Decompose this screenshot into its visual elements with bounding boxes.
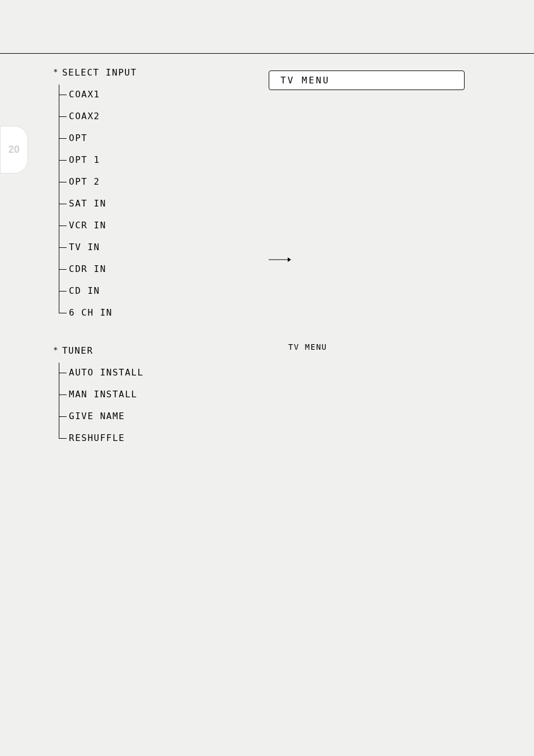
tree-item-label: 6 CH IN — [69, 307, 113, 318]
tree-item: OPT 2 — [59, 176, 137, 187]
tree-item: SAT IN — [59, 198, 137, 209]
tree-item-label: COAX2 — [69, 111, 100, 121]
tv-menu-caption: TV MENU — [288, 341, 479, 354]
tree-item: MAN INSTALL — [59, 389, 144, 400]
tree-item-label: SAT IN — [69, 198, 106, 209]
tree-item-label: CD IN — [69, 285, 100, 296]
tree-item-label: AUTO INSTALL — [69, 367, 144, 378]
tree-item-label: VCR IN — [69, 220, 106, 231]
tree-item: OPT 1 — [59, 154, 137, 165]
tree-item: GIVE NAME — [59, 411, 144, 421]
tree-root-label: TUNER — [62, 345, 93, 356]
tree-item: RESHUFFLE — [59, 433, 144, 443]
tree-item: AUTO INSTALL — [59, 367, 144, 378]
tree-item: VCR IN — [59, 220, 137, 231]
tree-item-label: COAX1 — [69, 89, 100, 100]
tree-item-label: OPT — [69, 133, 87, 143]
lcd-display-bar: TV MENU — [269, 71, 465, 90]
tree-item-label: GIVE NAME — [69, 411, 125, 421]
tree-item: COAX1 — [59, 89, 137, 100]
asterisk-icon: * — [53, 345, 59, 354]
tree-item: COAX2 — [59, 111, 137, 121]
tree-item-label: MAN INSTALL — [69, 389, 137, 400]
arrow-right-icon — [269, 256, 291, 264]
lcd-display-text: TV MENU — [280, 75, 330, 86]
svg-marker-1 — [288, 257, 291, 262]
tree-item-label: OPT 1 — [69, 154, 100, 165]
page-number: 20 — [8, 144, 20, 156]
tree-item: 6 CH IN — [59, 307, 137, 318]
tree-item-label: CDR IN — [69, 264, 106, 274]
tree-item: TV IN — [59, 242, 137, 252]
tree-tuner: * TUNER AUTO INSTALLMAN INSTALLGIVE NAME… — [53, 345, 144, 454]
tree-root-label: SELECT INPUT — [62, 67, 137, 78]
tree-item-label: OPT 2 — [69, 176, 100, 187]
tree-item: CD IN — [59, 285, 137, 296]
asterisk-icon: * — [53, 67, 59, 76]
top-hairline — [0, 53, 534, 54]
tree-item-label: TV IN — [69, 242, 100, 252]
tree-item: OPT — [59, 133, 137, 143]
tree-item: CDR IN — [59, 264, 137, 274]
page-number-tab: 20 — [0, 126, 28, 173]
tree-item-label: RESHUFFLE — [69, 433, 125, 443]
tree-select-input: * SELECT INPUT COAX1COAX2OPTOPT 1OPT 2SA… — [53, 67, 137, 329]
